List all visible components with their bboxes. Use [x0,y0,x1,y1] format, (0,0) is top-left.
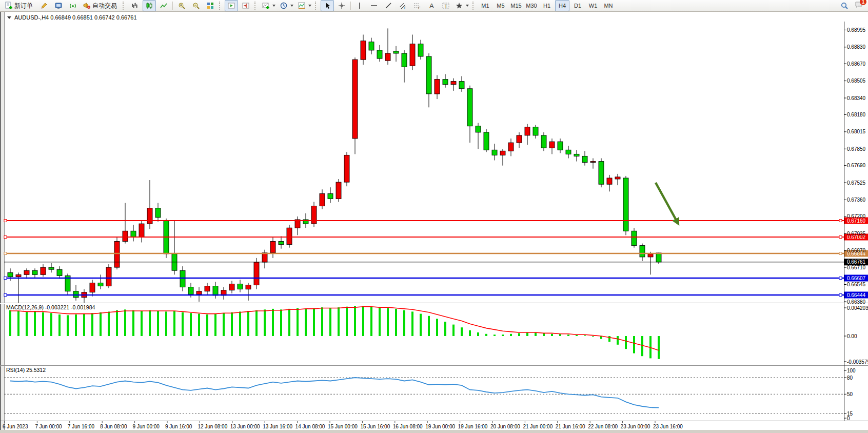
arrows-button[interactable] [453,0,470,11]
svg-text:0.66710: 0.66710 [847,265,866,270]
search-icon [840,2,849,10]
template-icon [298,2,306,10]
line-handle[interactable] [839,252,842,255]
horizontal-line[interactable]: 0.66844 [4,250,868,257]
chat-button[interactable]: 1 [855,1,863,11]
fibonacci-button[interactable]: F [410,0,424,11]
dropdown-caret-icon [308,5,311,7]
signal-icon [69,2,77,10]
indicators-button[interactable] [260,0,277,11]
line-handle[interactable] [4,252,7,255]
svg-text:19 Jun 00:00: 19 Jun 00:00 [425,424,455,429]
line-handle[interactable] [839,236,842,239]
svg-text:0.68670: 0.68670 [847,61,866,67]
toolbar-grip [123,2,126,10]
zoom-in-button[interactable] [175,0,188,11]
toolbar-separator [172,2,173,10]
svg-text:19 Jun 16:00: 19 Jun 16:00 [458,424,488,429]
cursor-icon [323,2,331,10]
equidistant-channel-button[interactable]: E [396,0,409,11]
chart-window[interactable]: AUDUSD-,H4 0.66849 0.66851 0.66742 0.667… [0,12,868,431]
zoom-out-button[interactable] [189,0,203,11]
svg-text:9 Jun 00:00: 9 Jun 00:00 [133,424,160,429]
tile-windows-button[interactable] [204,0,217,11]
trendline-button[interactable] [382,0,395,11]
drawn-arrow-object[interactable] [656,183,678,224]
crosshair-button[interactable] [335,0,348,11]
metaeditor-button[interactable] [37,0,51,11]
rsi-label: RSI(14) 25.5312 [6,367,46,373]
signals-button[interactable] [66,0,80,11]
bar-chart-button[interactable] [128,0,142,11]
shapes-icon [455,2,463,10]
autotrading-button-label: 自动交易 [92,2,117,10]
timeframe-h4[interactable]: H4 [555,0,569,11]
rsi-axis[interactable]: 1008050150 [844,368,856,421]
timeframe-m1[interactable]: M1 [478,0,492,11]
svg-text:0.004203: 0.004203 [847,305,868,311]
time-axis[interactable]: 6 Jun 20237 Jun 00:007 Jun 16:008 Jun 08… [3,421,683,429]
svg-text:21 Jun 00:00: 21 Jun 00:00 [523,424,553,429]
svg-text:0.68830: 0.68830 [847,44,866,50]
candlestick-chart-button[interactable] [143,0,156,11]
textA-icon: A [427,2,436,10]
line-handle[interactable] [839,277,842,280]
svg-text:0.68180: 0.68180 [847,112,866,117]
horizontal-line[interactable]: 0.66444 [4,292,868,299]
chart-shift-button[interactable] [239,0,252,11]
horizontal-line[interactable]: 0.67160 [4,218,868,224]
svg-text:80: 80 [847,375,853,381]
mql5-community-button[interactable] [52,0,65,11]
line-handle[interactable] [4,220,7,222]
timeframe-m30[interactable]: M30 [524,0,539,11]
line-handle[interactable] [4,277,7,280]
chat-unread-badge: 1 [860,0,866,5]
line-handle[interactable] [839,220,842,222]
svg-text:T: T [445,4,448,9]
timeframe-h1[interactable]: H1 [540,0,554,11]
bars-icon [131,2,139,10]
periods-button[interactable] [278,0,295,11]
svg-text:0.67690: 0.67690 [847,163,866,168]
timeframe-w1[interactable]: W1 [586,0,600,11]
line-handle[interactable] [4,236,7,239]
svg-text:7 Jun 16:00: 7 Jun 16:00 [68,424,95,429]
timeframe-d1[interactable]: D1 [570,0,585,11]
svg-text:20 Jun 08:00: 20 Jun 08:00 [490,424,520,429]
candlesticks [8,28,661,304]
cursor-button[interactable] [321,0,334,11]
fibo-icon: F [413,2,421,10]
timeframe-mn[interactable]: MN [601,0,616,11]
auto-scroll-button[interactable] [225,0,238,11]
svg-text:9 Jun 16:00: 9 Jun 16:00 [165,424,192,429]
svg-text:6 Jun 2023: 6 Jun 2023 [3,424,28,429]
timeframe-m5[interactable]: M5 [494,0,508,11]
templates-button[interactable] [296,0,313,11]
linechart-icon [160,2,168,10]
current-price-line[interactable]: 0.66761 [4,259,868,265]
main-toolbar: 新订单自动交易EFATM1M5M15M30H1H4D1W1MN 1 [0,0,868,12]
line-chart-button[interactable] [157,0,170,11]
line-handle[interactable] [839,294,842,297]
svg-text:0.68505: 0.68505 [847,78,866,84]
timeframe-m15[interactable]: M15 [509,0,523,11]
text-button[interactable]: A [425,0,438,11]
svg-text:0.67035: 0.67035 [847,231,866,237]
svg-text:15 Jun 16:00: 15 Jun 16:00 [360,424,390,429]
symbol-dropdown-icon[interactable] [7,16,11,19]
chart-canvas[interactable]: 0.671600.670020.668440.667610.666070.664… [0,12,868,431]
horizontal-line[interactable]: 0.66607 [4,275,868,282]
vertical-line-button[interactable] [353,0,366,11]
search-button[interactable] [838,0,851,11]
line-handle[interactable] [4,294,7,297]
dropdown-caret-icon [290,5,293,7]
macd-axis[interactable]: 0.0042030.00-0.003575 [844,305,868,365]
text-label-button[interactable]: T [439,0,452,11]
new-order-button[interactable]: 新订单 [3,0,36,11]
toolbar-grip [315,2,319,10]
autotrading-button[interactable]: 自动交易 [81,0,121,11]
dropdown-caret-icon [272,5,275,7]
svg-text:0.68995: 0.68995 [847,27,866,33]
toolbar-grip [219,2,223,10]
horizontal-line-button[interactable] [367,0,381,11]
